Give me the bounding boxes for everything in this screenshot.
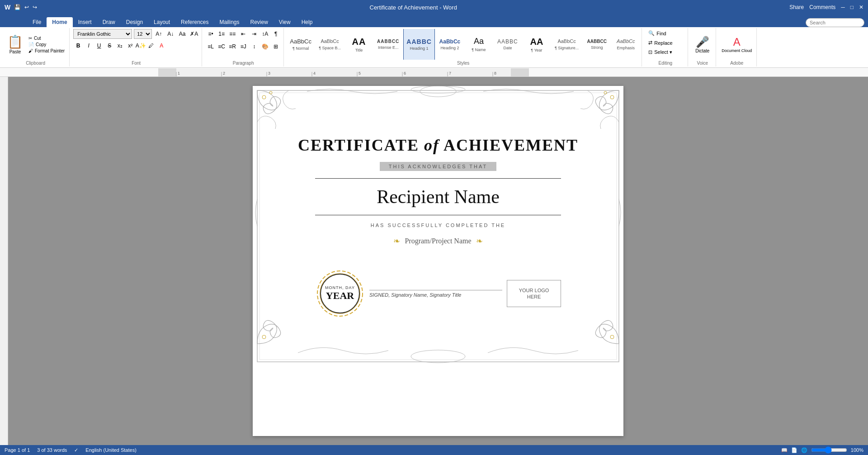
paste-button[interactable]: 📋 Paste <box>5 33 26 55</box>
numbering-button[interactable]: 1≡ <box>217 29 226 39</box>
superscript-button[interactable]: x² <box>125 41 135 51</box>
svg-text:4: 4 <box>313 71 316 76</box>
decrease-font-button[interactable]: A↓ <box>165 29 175 39</box>
document-cloud-button[interactable]: A Document Cloud <box>720 34 754 55</box>
signed-prefix: SIGNED, <box>369 292 390 298</box>
quick-access-save[interactable]: 💾 <box>14 4 21 10</box>
copy-button[interactable]: 📄 Copy <box>27 42 66 47</box>
tab-mailings[interactable]: Mailings <box>214 17 245 27</box>
svg-text:6: 6 <box>404 71 406 76</box>
style-signature[interactable]: AaBbCc ¶ Signature... <box>552 29 582 60</box>
font-size-dropdown[interactable]: 12 <box>134 29 152 39</box>
tab-insert[interactable]: Insert <box>73 17 97 27</box>
borders-button[interactable]: ⊞ <box>271 42 281 52</box>
tab-review[interactable]: Review <box>245 17 274 27</box>
style-space-before[interactable]: AaBbCc ¶ Space B... <box>316 29 344 60</box>
change-case-button[interactable]: Aa <box>177 29 187 39</box>
style-year[interactable]: AA ¶ Year <box>523 29 551 60</box>
style-title-preview: AA <box>352 36 366 47</box>
close-button[interactable]: ✕ <box>859 4 863 10</box>
style-date[interactable]: AABBC Date <box>494 29 522 60</box>
font-color-button[interactable]: A <box>156 41 166 51</box>
style-name[interactable]: Aa ¶ Name <box>465 29 493 60</box>
tab-file[interactable]: File <box>27 17 47 27</box>
style-signature-preview: AaBbCc <box>557 38 576 44</box>
copy-label: Copy <box>36 42 46 47</box>
bold-button[interactable]: B <box>73 41 83 51</box>
increase-font-button[interactable]: A↑ <box>154 29 164 39</box>
maximize-button[interactable]: □ <box>850 4 854 10</box>
replace-icon: ⇄ <box>648 40 652 46</box>
tab-home[interactable]: Home <box>47 17 72 27</box>
italic-button[interactable]: I <box>84 41 94 51</box>
tab-draw[interactable]: Draw <box>97 17 121 27</box>
font-family-dropdown[interactable]: Franklin Gothic <box>73 29 132 39</box>
line-spacing-button[interactable]: ↕ <box>249 42 259 52</box>
style-normal[interactable]: AaBbCc ¶ Normal <box>287 29 315 60</box>
align-left-button[interactable]: ≡L <box>206 42 216 52</box>
format-painter-button[interactable]: 🖌 Format Painter <box>27 48 66 54</box>
subscript-button[interactable]: x₂ <box>115 41 125 51</box>
replace-button[interactable]: ⇄ Replace <box>646 38 675 47</box>
style-title[interactable]: AA Title <box>345 29 373 60</box>
svg-rect-0 <box>158 68 529 76</box>
certificate-recipient[interactable]: Recipient Name <box>377 186 500 208</box>
read-mode-button[interactable]: 📖 <box>781 447 788 453</box>
bullets-button[interactable]: ≡• <box>206 29 216 39</box>
paste-icon: 📋 <box>7 34 23 49</box>
clear-format-button[interactable]: ✗A <box>189 29 199 39</box>
style-intense-e[interactable]: AABBCC Intense E... <box>374 29 402 60</box>
search-input[interactable] <box>806 18 864 27</box>
spell-check-icon[interactable]: ✓ <box>74 447 78 453</box>
document-canvas[interactable]: CERTIFICATE of ACHIEVEMENT THIS ACKNOWLE… <box>8 77 868 445</box>
style-date-preview: AABBC <box>497 38 518 45</box>
increase-indent-button[interactable]: ⇥ <box>249 29 259 39</box>
tab-view[interactable]: View <box>274 17 296 27</box>
minimize-button[interactable]: ─ <box>841 4 845 10</box>
share-button[interactable]: Share <box>789 4 804 10</box>
certificate-page[interactable]: CERTIFICATE of ACHIEVEMENT THIS ACKNOWLE… <box>253 86 623 436</box>
text-highlight-button[interactable]: 🖊 <box>146 41 156 51</box>
underline-button[interactable]: U <box>94 41 104 51</box>
comments-button[interactable]: Comments <box>809 4 835 10</box>
select-button[interactable]: ⊡ Select ▾ <box>646 48 675 57</box>
style-strong[interactable]: AABBCC Strong <box>583 29 611 60</box>
zoom-slider[interactable] <box>811 446 847 454</box>
print-layout-button[interactable]: 📄 <box>791 447 797 453</box>
text-effects-button[interactable]: A✨ <box>136 41 146 51</box>
font-group-label: Font <box>73 60 199 66</box>
tab-references[interactable]: References <box>175 17 214 27</box>
quick-access-undo[interactable]: ↩ <box>24 4 29 10</box>
tab-layout[interactable]: Layout <box>148 17 175 27</box>
web-layout-button[interactable]: 🌐 <box>801 447 807 453</box>
seal-month-day: MONTH, DAY <box>325 285 355 290</box>
shading-button[interactable]: 🎨 <box>260 42 270 52</box>
strikethrough-button[interactable]: S <box>104 41 114 51</box>
sort-button[interactable]: ↕A <box>260 29 270 39</box>
cut-button[interactable]: ✂ Cut <box>27 35 66 41</box>
quick-access-redo[interactable]: ↪ <box>33 4 37 10</box>
title-bar-right: Share Comments ─ □ ✕ <box>789 4 863 10</box>
align-center-button[interactable]: ≡C <box>217 42 226 52</box>
tab-design[interactable]: Design <box>121 17 148 27</box>
style-heading2[interactable]: AaBbCc Heading 2 <box>436 29 464 60</box>
multilevel-list-button[interactable]: ≡≡ <box>227 29 237 39</box>
certificate-acknowledges[interactable]: THIS ACKNOWLEDGES THAT <box>380 162 496 171</box>
find-button[interactable]: 🔍 Find <box>646 29 669 38</box>
zoom-level: 100% <box>851 447 863 453</box>
justify-button[interactable]: ≡J <box>238 42 248 52</box>
decrease-indent-button[interactable]: ⇤ <box>238 29 248 39</box>
svg-point-26 <box>262 335 266 339</box>
style-heading1[interactable]: AABBC Heading 1 <box>403 29 435 60</box>
certificate-program[interactable]: Program/Project Name <box>405 237 471 245</box>
dictate-button[interactable]: 🎤 Dictate <box>693 34 711 55</box>
certificate-logo-box[interactable]: YOUR LOGO HERE <box>507 280 561 307</box>
certificate-seal: MONTH, DAY YEAR <box>315 269 365 318</box>
status-bar: Page 1 of 1 3 of 33 words ✓ English (Uni… <box>0 445 868 455</box>
style-emphasis[interactable]: AaBbCc Emphasis <box>612 29 640 60</box>
select-icon: ⊡ <box>648 49 652 55</box>
tab-help[interactable]: Help <box>296 17 318 27</box>
align-right-button[interactable]: ≡R <box>227 42 237 52</box>
show-formatting-button[interactable]: ¶ <box>271 29 281 39</box>
certificate-title[interactable]: CERTIFICATE of ACHIEVEMENT <box>298 136 578 155</box>
